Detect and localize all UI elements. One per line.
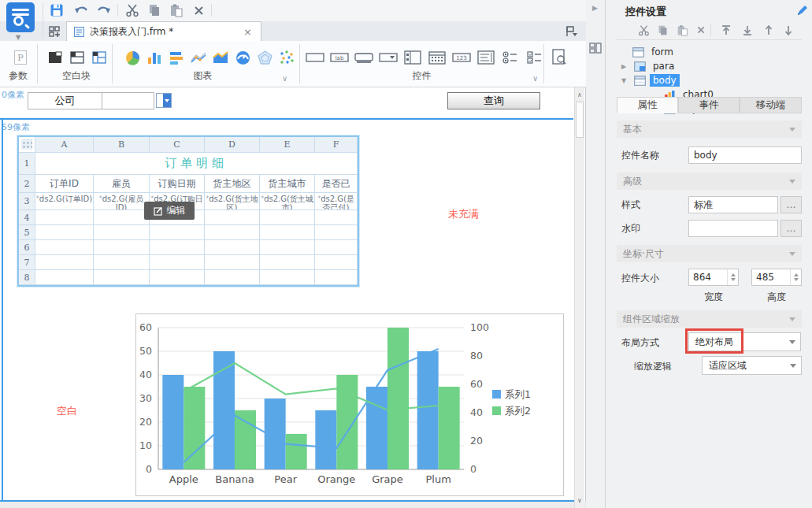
label-widget-icon[interactable]: lab — [330, 48, 349, 67]
ribbon: P 参数 空白块 — [0, 41, 586, 87]
radar-chart-icon[interactable] — [255, 48, 274, 67]
move-top-icon[interactable] — [718, 23, 734, 37]
tree-cut-icon[interactable] — [636, 23, 651, 37]
body-left-border — [2, 120, 3, 500]
svg-text:40: 40 — [470, 406, 483, 418]
tab-block-icon[interactable] — [68, 48, 87, 67]
tree-paste-icon[interactable] — [674, 23, 690, 37]
move-bottom-icon[interactable] — [740, 23, 755, 37]
button-widget-icon[interactable] — [354, 48, 373, 67]
number-widget-icon[interactable]: 123 — [452, 48, 471, 67]
style-input[interactable]: 标准 — [688, 196, 778, 213]
expand-icon[interactable]: ▶ — [621, 63, 626, 70]
move-up-icon[interactable] — [761, 23, 777, 37]
canvas-bottom-gutter — [0, 502, 586, 508]
edit-block-button[interactable]: 编辑 — [144, 202, 195, 220]
canvas-scrollbar[interactable]: ∧ ∨ — [574, 87, 584, 508]
chart-block[interactable]: 0102030405060020406080100AppleBananaPear… — [135, 313, 564, 496]
svg-text:系列1: 系列1 — [505, 388, 531, 400]
width-spinner[interactable]: 864 — [688, 269, 739, 286]
undo-icon[interactable] — [72, 2, 91, 18]
delete-icon[interactable] — [189, 2, 208, 18]
tab-mobile[interactable]: 移动端 — [740, 97, 802, 113]
absolute-block-icon[interactable] — [90, 48, 109, 67]
section-basic[interactable]: 基本 — [617, 121, 802, 138]
red-highlight-box — [685, 328, 743, 354]
date-widget-icon[interactable] — [428, 48, 447, 67]
new-template-icon[interactable] — [46, 24, 65, 39]
gauge-chart-icon[interactable] — [233, 48, 252, 67]
move-down-icon[interactable] — [780, 23, 796, 37]
row-header: 5 — [19, 225, 35, 240]
tab-properties[interactable]: 属性 — [617, 97, 678, 113]
company-label-cell[interactable]: 公司 — [28, 92, 102, 109]
pie-chart-icon[interactable] — [123, 48, 142, 67]
watermark-more-button[interactable]: … — [780, 220, 802, 237]
empty-cell — [35, 255, 94, 270]
tree-copy-icon[interactable] — [654, 23, 670, 37]
section-area-scaling[interactable]: 组件区域缩放 — [617, 310, 802, 328]
scatter-chart-icon[interactable] — [277, 48, 296, 67]
tab-overflow-icon[interactable] — [562, 24, 581, 39]
scale-logic-select[interactable]: 适应区域 — [702, 356, 802, 375]
section-collapse-icon — [789, 252, 795, 256]
tree-item-body[interactable]: ▼ body — [606, 73, 812, 87]
textarea-widget-icon[interactable] — [476, 48, 495, 67]
logo-dropdown-caret-icon[interactable]: ▼ — [16, 34, 20, 41]
app-logo-icon[interactable] — [6, 2, 35, 32]
tree-widget-icon[interactable] — [403, 48, 422, 67]
scrollbar-thumb[interactable] — [576, 102, 584, 138]
cut-icon[interactable] — [123, 2, 142, 18]
edit-form-pencil-icon[interactable] — [796, 5, 808, 17]
tree-delete-icon[interactable] — [693, 23, 709, 37]
empty-cell — [260, 270, 315, 285]
redo-icon[interactable] — [94, 2, 113, 18]
preview-icon[interactable] — [550, 48, 569, 67]
tree-item-form[interactable]: form — [606, 45, 812, 59]
empty-cell — [150, 270, 205, 285]
component-library-icon[interactable] — [589, 43, 602, 54]
divider — [543, 44, 544, 83]
line-chart-icon[interactable] — [189, 48, 208, 67]
section-collapse-icon — [789, 317, 795, 321]
collapse-icon[interactable]: ▼ — [621, 77, 626, 84]
tree-item-para[interactable]: ▶ para — [606, 59, 812, 73]
column-chart-icon[interactable] — [145, 48, 164, 67]
column-header: D — [205, 137, 260, 153]
tab-events[interactable]: 事件 — [678, 97, 740, 113]
formula-cell: *ds2.G(雇员ID) — [94, 193, 150, 210]
tab-close-icon[interactable]: × — [241, 26, 254, 38]
widget-section-chevron-icon[interactable]: ∨ — [532, 74, 538, 83]
collapse-panel-icon[interactable]: ▶ — [592, 4, 598, 12]
combobox-widget-preview[interactable] — [156, 93, 172, 108]
height-spinner[interactable]: 485 — [751, 269, 802, 286]
bar-chart-icon[interactable] — [167, 48, 186, 67]
scrollbar-up-icon[interactable]: ∧ — [575, 89, 584, 101]
ribbon-section-chart: 图表 — [118, 69, 287, 83]
section-coordinates[interactable]: 坐标·尺寸 — [617, 245, 802, 262]
copy-icon[interactable] — [145, 2, 164, 18]
document-tab[interactable]: 决策报表入门.frm * × — [66, 21, 261, 41]
svg-text:0: 0 — [146, 463, 152, 475]
paste-icon[interactable] — [167, 2, 186, 18]
area-chart-icon[interactable] — [211, 48, 230, 67]
combobox-widget-icon[interactable] — [379, 48, 398, 67]
textfield-widget-icon[interactable] — [306, 48, 324, 67]
chart-section-chevron-icon[interactable]: ∨ — [282, 74, 287, 83]
block-icon[interactable] — [46, 48, 65, 67]
watermark-input[interactable] — [688, 220, 778, 237]
spinner-arrows-icon[interactable] — [790, 269, 801, 285]
svg-text:10: 10 — [139, 439, 152, 451]
parameter-pane-icon[interactable]: P — [11, 48, 30, 67]
company-value-cell[interactable] — [102, 92, 154, 109]
query-button[interactable]: 查询 — [447, 92, 540, 109]
save-icon[interactable] — [47, 2, 66, 18]
section-advanced[interactable]: 高级 — [617, 172, 802, 190]
checkbox-group-widget-icon[interactable] — [525, 48, 544, 67]
style-more-button[interactable]: … — [780, 196, 802, 213]
widget-name-input[interactable]: body — [688, 146, 802, 164]
divider — [710, 24, 711, 36]
radio-group-widget-icon[interactable] — [501, 48, 520, 67]
scrollbar-down-icon[interactable]: ∨ — [575, 495, 584, 506]
spinner-arrows-icon[interactable] — [727, 269, 738, 285]
